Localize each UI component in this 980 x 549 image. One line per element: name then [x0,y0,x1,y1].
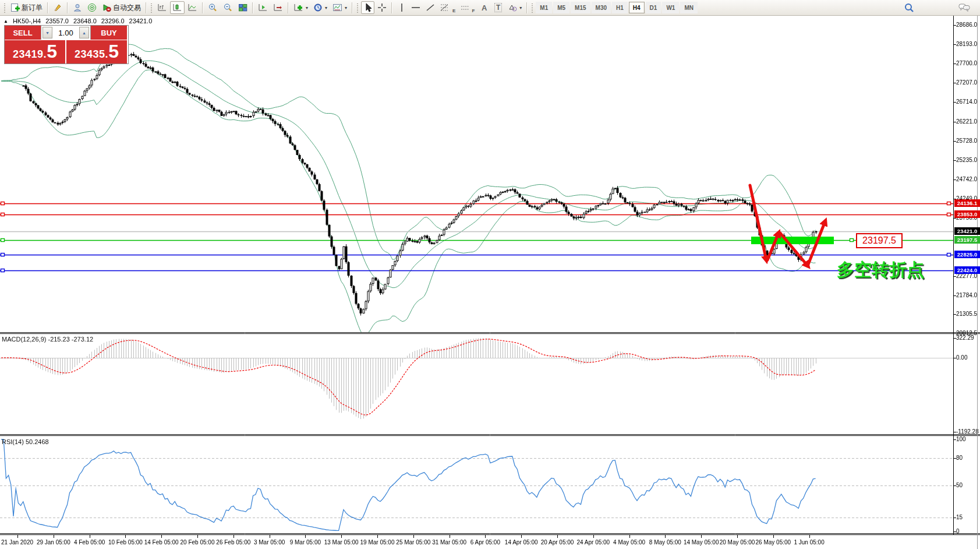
trendline-tool[interactable] [423,1,437,14]
price-tick: 25728.0 [956,138,977,144]
crosshair-button[interactable] [375,1,389,14]
price-callout[interactable]: 23197.5 [856,233,903,248]
turning-point-note[interactable]: 多空转折点 [837,258,924,282]
signals-button[interactable] [85,1,99,14]
price-tick: 25235.0 [956,157,977,163]
price-tag: 22825.0 [954,251,980,258]
time-label: 4 May 05:00 [613,539,645,546]
fibonacci-icon [440,3,451,12]
time-label: 24 Apr 05:00 [576,539,610,546]
sell-button[interactable]: SELL [5,26,41,40]
indicators-button[interactable]: ▾ [291,1,310,14]
zoom-out-button[interactable] [221,1,235,14]
arrow-up-1[interactable] [767,233,779,260]
expert-advisors-button[interactable] [70,1,84,14]
channel-tool[interactable]: F [458,1,477,14]
time-label: 14 Feb 05:00 [144,539,179,546]
tile-windows-icon [238,3,247,12]
price-tick: 26221.0 [956,118,977,125]
rsi-axis-label: 80 [956,455,963,461]
time-label: 13 Mar 05:00 [324,539,359,546]
price-tick: 27700.0 [956,60,977,66]
macd-axis-label: -1192.28 [956,428,979,435]
rsi-axis-label: 50 [956,482,963,488]
cursor-icon [364,3,372,12]
chat-icon [958,3,970,12]
search-button[interactable] [901,1,917,14]
toolbar-grip[interactable] [3,2,6,13]
timeframe-toolbar: M1M5M15M30H1H4D1W1MN [536,2,698,13]
horizontal-line-tool[interactable] [409,1,423,14]
price-tick: 24742.0 [956,176,977,182]
toolbar-grip[interactable] [356,2,359,13]
autotrading-button[interactable]: 自动交易 [100,1,143,14]
symbol-name: HK50-,H4 [13,17,41,24]
timeframe-w1[interactable]: W1 [662,2,679,13]
crayon-icon [53,3,62,12]
timeframe-mn[interactable]: MN [680,2,698,13]
price-tag: 23853.0 [954,210,980,218]
shapes-icon [508,3,517,12]
timeframe-d1[interactable]: D1 [646,2,661,13]
cursor-button[interactable] [361,1,374,14]
sell-price[interactable]: 23419.5 [5,40,65,64]
zoom-in-button[interactable] [206,1,220,14]
text-tool[interactable]: A [477,1,491,14]
time-label: 20 May 05:00 [720,539,755,546]
toolbar-grip[interactable] [531,2,534,13]
timeframe-h4[interactable]: H4 [629,2,645,13]
time-label: 1 Jun 05:00 [794,539,824,546]
templates-button[interactable]: ▾ [330,1,349,14]
timeframe-m5[interactable]: M5 [553,2,569,13]
new-order-button[interactable]: 新订单 [8,1,45,14]
text-tool-icon: A [482,3,487,12]
price-tick: 27207.0 [956,79,977,86]
chart-shift-button[interactable] [256,1,270,14]
periods-button[interactable]: ▾ [311,1,330,14]
mt4-window: 新订单 自动交易 [0,0,980,549]
fibonacci-tool[interactable]: E [438,1,458,14]
channel-icon [461,3,470,12]
buy-button[interactable]: BUY [91,26,127,40]
chart-shift-icon [258,3,268,12]
text-label-tool[interactable]: T [491,1,505,14]
volume-input[interactable]: 1.00 [54,26,78,40]
toolbar-grip[interactable] [150,2,153,13]
timeframe-m1[interactable]: M1 [536,2,552,13]
rsi-axis-label: 100 [956,436,966,442]
chart-autoscroll-button[interactable] [271,1,285,14]
volume-increase-button[interactable]: ▲ [79,27,89,38]
rsi-label: RSI(14) 50.2468 [2,438,49,445]
time-label: 19 Mar 05:00 [360,539,395,546]
zigzag-arrows[interactable] [740,175,839,283]
timeframe-m15[interactable]: M15 [571,2,590,13]
timeframe-h1[interactable]: H1 [612,2,628,13]
dropdown-caret: ▾ [519,5,522,10]
chart-autoscroll-icon [273,3,283,12]
arrow-up-2[interactable] [808,221,825,266]
buy-price[interactable]: 23435.5 [66,40,127,64]
bar-chart-button[interactable] [155,1,169,14]
arrow-down-1[interactable] [750,185,766,260]
time-label: 26 May 05:00 [755,539,791,546]
volume-decrease-button[interactable]: ▼ [43,27,52,38]
candlestick-chart-icon [172,3,182,12]
rsi-axis-label: 15 [956,514,963,520]
template-icon [332,3,342,12]
price-tick: 26714.0 [956,98,977,105]
search-icon [904,3,914,13]
zoom-in-icon [208,3,218,12]
arrow-down-2[interactable] [780,233,808,266]
time-label: 25 Mar 05:00 [396,539,430,546]
line-chart-button[interactable] [185,1,200,14]
vertical-line-tool[interactable] [395,1,408,14]
timeframe-m30[interactable]: M30 [592,2,611,13]
price-tick: 21784.0 [956,292,977,298]
chat-button[interactable] [956,1,972,14]
clock-icon [313,3,323,12]
tile-windows-button[interactable] [236,1,250,14]
crayon-button[interactable] [51,1,65,14]
candlestick-chart-button[interactable] [170,1,185,14]
shapes-tool[interactable]: ▾ [505,1,524,14]
indicators-icon [293,3,303,12]
